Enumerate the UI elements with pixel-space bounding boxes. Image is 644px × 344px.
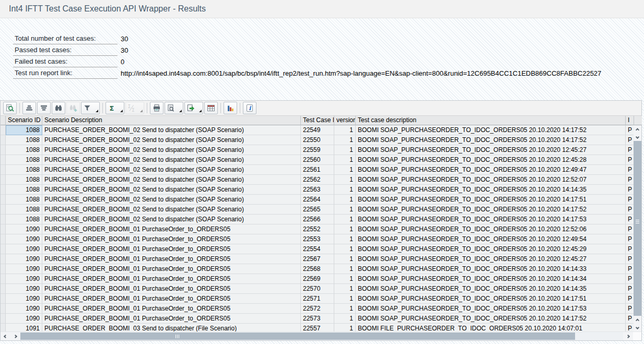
cell-scenario-description[interactable]: PURCHASE_ORDER_BOOMI_02 Send to dispatch… — [42, 185, 301, 195]
cell-status[interactable]: P — [626, 314, 634, 324]
cell-test-case-id[interactable]: 22552 — [301, 224, 334, 234]
cell-scenario-description[interactable]: PURCHASE_ORDER_BOOMI_02 Send to dispatch… — [42, 175, 301, 185]
cell-version[interactable]: 1 — [334, 145, 356, 155]
column-header-version[interactable]: version — [334, 116, 356, 125]
row-selector-cell[interactable] — [1, 234, 6, 244]
set-filter-button[interactable] — [81, 102, 100, 114]
row-selector-cell[interactable] — [1, 274, 6, 284]
row-selector-cell[interactable] — [1, 324, 6, 331]
cell-scenario-description[interactable]: PURCHASE_ORDER_BOOMI_02 Send to dispatch… — [42, 125, 301, 135]
cell-test-case-description[interactable]: BOOMI SOAP_PURCHASEORDER_TO_IDOC_ORDERS0… — [356, 165, 626, 175]
row-selector-cell[interactable] — [1, 264, 6, 274]
cell-scenario-description[interactable]: PURCHASE_ORDER_BOOMI_01 PurchaseOrder_to… — [42, 264, 301, 274]
vertical-scroll-thumb[interactable] — [634, 141, 641, 316]
cell-status[interactable]: P — [626, 215, 634, 224]
cell-test-case-id[interactable]: 22559 — [301, 145, 334, 155]
cell-scenario-id[interactable]: 1090 — [6, 304, 42, 314]
vertical-scrollbar[interactable] — [634, 125, 641, 331]
cell-version[interactable]: 1 — [334, 185, 356, 195]
cell-test-case-description[interactable]: BOOMI SOAP_PURCHASEORDER_TO_IDOC_ORDERS0… — [356, 244, 626, 254]
cell-test-case-description[interactable]: BOOMI SOAP_PURCHASEORDER_TO_IDOC_ORDERS0… — [356, 215, 626, 224]
row-selector-cell[interactable] — [1, 304, 6, 314]
cell-version[interactable]: 1 — [334, 254, 356, 264]
find-button[interactable] — [52, 102, 65, 114]
column-header-status[interactable]: I — [626, 116, 634, 125]
cell-status[interactable]: P — [626, 304, 634, 314]
cell-test-case-description[interactable]: BOOMI SOAP_PURCHASEORDER_TO_IDOC_ORDERS0… — [356, 135, 626, 145]
cell-test-case-description[interactable]: BOOMI FILE_PURCHASEORDER_TO_IDOC_ORDERS0… — [356, 324, 626, 331]
total-button[interactable]: Σ — [106, 102, 124, 114]
row-selector-cell[interactable] — [1, 294, 6, 304]
cell-test-case-description[interactable]: BOOMI SOAP_PURCHASEORDER_TO_IDOC_ORDERS0… — [356, 314, 626, 324]
cell-scenario-description[interactable]: PURCHASE_ORDER_BOOMI_01 PurchaseOrder_to… — [42, 294, 301, 304]
cell-test-case-description[interactable]: BOOMI SOAP_PURCHASEORDER_TO_IDOC_ORDERS0… — [356, 264, 626, 274]
cell-status[interactable]: P — [626, 264, 634, 274]
views-button[interactable] — [165, 102, 183, 114]
cell-test-case-id[interactable]: 22560 — [301, 155, 334, 165]
row-selector-cell[interactable] — [1, 155, 6, 165]
cell-scenario-id[interactable]: 1090 — [6, 284, 42, 294]
cell-test-case-id[interactable]: 22562 — [301, 175, 334, 185]
cell-test-case-id[interactable]: 22549 — [301, 125, 334, 135]
cell-scenario-description[interactable]: PURCHASE_ORDER_BOOMI_01 PurchaseOrder_to… — [42, 304, 301, 314]
row-selector-cell[interactable] — [1, 175, 6, 185]
cell-test-case-id[interactable]: 22553 — [301, 234, 334, 244]
cell-test-case-id[interactable]: 22563 — [301, 185, 334, 195]
cell-scenario-id[interactable]: 1088 — [6, 155, 42, 165]
cell-scenario-id[interactable]: 1088 — [6, 205, 42, 215]
cell-scenario-id[interactable]: 1088 — [6, 175, 42, 185]
cell-scenario-description[interactable]: PURCHASE_ORDER_BOOMI_02 Send to dispatch… — [42, 205, 301, 215]
scroll-right-button-end[interactable] — [623, 332, 633, 340]
cell-scenario-description[interactable]: PURCHASE_ORDER_BOOMI_02 Send to dispatch… — [42, 215, 301, 224]
cell-scenario-id[interactable]: 1091 — [6, 324, 42, 331]
cell-test-case-id[interactable]: 22570 — [301, 284, 334, 294]
cell-scenario-description[interactable]: PURCHASE_ORDER_BOOMI_01 PurchaseOrder_to… — [42, 284, 301, 294]
cell-scenario-description[interactable]: PURCHASE_ORDER_BOOMI_01 PurchaseOrder_to… — [42, 274, 301, 284]
column-header-test-case-id[interactable]: Test Case ID — [301, 116, 334, 125]
cell-version[interactable]: 1 — [334, 314, 356, 324]
cell-scenario-description[interactable]: PURCHASE_ORDER_BOOMI_02 Send to dispatch… — [42, 145, 301, 155]
cell-test-case-id[interactable]: 22567 — [301, 254, 334, 264]
column-header-test-case-description[interactable]: Test case description — [356, 116, 626, 125]
cell-scenario-description[interactable]: PURCHASE_ORDER_BOOMI_01 PurchaseOrder_to… — [42, 314, 301, 324]
row-selector-cell[interactable] — [1, 224, 6, 234]
cell-status[interactable]: P — [626, 175, 634, 185]
row-selector-cell[interactable] — [1, 254, 6, 264]
cell-status[interactable]: P — [626, 185, 634, 195]
cell-test-case-description[interactable]: BOOMI SOAP_PURCHASEORDER_TO_IDOC_ORDERS0… — [356, 195, 626, 205]
cell-version[interactable]: 1 — [334, 125, 356, 135]
row-selector-cell[interactable] — [1, 185, 6, 195]
row-selector-cell[interactable] — [1, 195, 6, 205]
cell-scenario-id[interactable]: 1088 — [6, 215, 42, 224]
cell-test-case-id[interactable]: 22557 — [301, 324, 334, 331]
cell-version[interactable]: 1 — [334, 294, 356, 304]
cell-test-case-description[interactable]: BOOMI SOAP_PURCHASEORDER_TO_IDOC_ORDERS0… — [356, 274, 626, 284]
cell-version[interactable]: 1 — [334, 284, 356, 294]
cell-scenario-id[interactable]: 1090 — [6, 254, 42, 264]
scroll-right-button[interactable] — [10, 332, 20, 340]
cell-version[interactable]: 1 — [334, 175, 356, 185]
column-header-scenario-description[interactable]: Scenario Description — [42, 116, 301, 125]
cell-status[interactable]: P — [626, 254, 634, 264]
cell-version[interactable]: 1 — [334, 264, 356, 274]
row-selector-cell[interactable] — [1, 125, 6, 135]
horizontal-scroll-track[interactable] — [20, 332, 623, 340]
cell-scenario-description[interactable]: PURCHASE_ORDER_BOOMI_01 PurchaseOrder_to… — [42, 234, 301, 244]
cell-test-case-id[interactable]: 22554 — [301, 244, 334, 254]
cell-scenario-description[interactable]: PURCHASE_ORDER_BOOMI_02 Send to dispatch… — [42, 135, 301, 145]
cell-scenario-description[interactable]: PURCHASE_ORDER_BOOMI_01 PurchaseOrder_to… — [42, 224, 301, 234]
cell-scenario-id[interactable]: 1088 — [6, 135, 42, 145]
cell-scenario-id[interactable]: 1090 — [6, 294, 42, 304]
cell-version[interactable]: 1 — [334, 274, 356, 284]
cell-scenario-id[interactable]: 1088 — [6, 185, 42, 195]
cell-status[interactable]: P — [626, 195, 634, 205]
cell-version[interactable]: 1 — [334, 195, 356, 205]
details-button[interactable] — [3, 102, 17, 114]
cell-status[interactable]: P — [626, 135, 634, 145]
cell-status[interactable]: P — [626, 205, 634, 215]
cell-version[interactable]: 1 — [334, 155, 356, 165]
cell-test-case-description[interactable]: BOOMI SOAP_PURCHASEORDER_TO_IDOC_ORDERS0… — [356, 155, 626, 165]
cell-test-case-description[interactable]: BOOMI SOAP_PURCHASEORDER_TO_IDOC_ORDERS0… — [356, 205, 626, 215]
cell-test-case-id[interactable]: 22571 — [301, 294, 334, 304]
cell-test-case-description[interactable]: BOOMI SOAP_PURCHASEORDER_TO_IDOC_ORDERS0… — [356, 185, 626, 195]
